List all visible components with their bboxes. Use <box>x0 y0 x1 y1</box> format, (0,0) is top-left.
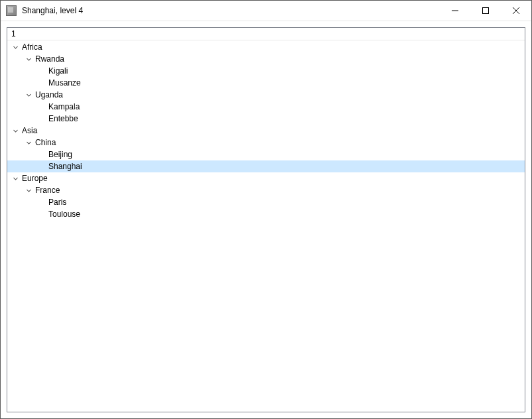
tree-view[interactable]: 1 AfricaRwandaKigaliMusanzeUgandaKampala… <box>7 27 525 412</box>
tree-item-label: Europe <box>21 172 48 184</box>
tree-item-rwanda[interactable]: Rwanda <box>7 53 525 65</box>
tree-item-label: Entebbe <box>47 113 78 125</box>
tree-item-label: Musanze <box>47 77 81 89</box>
maximize-button[interactable] <box>470 1 501 21</box>
tree-item-kigali[interactable]: Kigali <box>7 65 525 77</box>
chevron-down-icon[interactable] <box>10 42 21 52</box>
tree-item-entebbe[interactable]: Entebbe <box>7 113 525 125</box>
tree-item-france[interactable]: France <box>7 184 525 196</box>
tree-item-label: China <box>34 137 56 149</box>
maximize-icon <box>482 7 489 14</box>
minimize-icon <box>452 7 458 14</box>
chevron-down-icon[interactable] <box>23 90 34 100</box>
tree-column-header[interactable]: 1 <box>7 28 525 40</box>
tree-body: AfricaRwandaKigaliMusanzeUgandaKampalaEn… <box>7 40 525 220</box>
tree-item-toulouse[interactable]: Toulouse <box>7 208 525 220</box>
window-controls <box>440 1 531 21</box>
tree-item-label: France <box>34 184 60 196</box>
tree-item-kampala[interactable]: Kampala <box>7 101 525 113</box>
tree-item-uganda[interactable]: Uganda <box>7 89 525 101</box>
tree-item-label: Rwanda <box>34 53 64 65</box>
window-title: Shanghai, level 4 <box>21 6 440 15</box>
chevron-down-icon[interactable] <box>23 185 34 196</box>
tree-item-europe[interactable]: Europe <box>7 172 525 184</box>
chevron-down-icon[interactable] <box>23 137 34 148</box>
tree-item-africa[interactable]: Africa <box>7 41 525 53</box>
content-area: 1 AfricaRwandaKigaliMusanzeUgandaKampala… <box>1 21 531 418</box>
tree-item-china[interactable]: China <box>7 137 525 149</box>
close-icon <box>513 7 519 14</box>
tree-item-musanze[interactable]: Musanze <box>7 77 525 89</box>
tree-item-paris[interactable]: Paris <box>7 196 525 208</box>
chevron-down-icon[interactable] <box>10 125 21 136</box>
tree-item-beijing[interactable]: Beijing <box>7 149 525 160</box>
app-icon <box>6 5 17 16</box>
close-button[interactable] <box>501 1 531 21</box>
tree-item-label: Paris <box>47 196 66 208</box>
window-titlebar: Shanghai, level 4 <box>1 1 531 21</box>
tree-item-label: Shanghai <box>47 160 82 172</box>
svg-rect-1 <box>483 8 489 14</box>
minimize-button[interactable] <box>440 1 470 21</box>
chevron-down-icon[interactable] <box>23 54 34 64</box>
tree-item-shanghai[interactable]: Shanghai <box>7 160 525 172</box>
chevron-down-icon[interactable] <box>10 173 21 184</box>
tree-item-asia[interactable]: Asia <box>7 125 525 137</box>
tree-item-label: Africa <box>21 41 42 53</box>
tree-item-label: Uganda <box>34 89 63 101</box>
tree-item-label: Asia <box>21 125 37 137</box>
tree-item-label: Toulouse <box>47 208 80 220</box>
tree-item-label: Kigali <box>47 65 68 77</box>
tree-item-label: Beijing <box>47 149 72 160</box>
tree-item-label: Kampala <box>47 101 80 113</box>
